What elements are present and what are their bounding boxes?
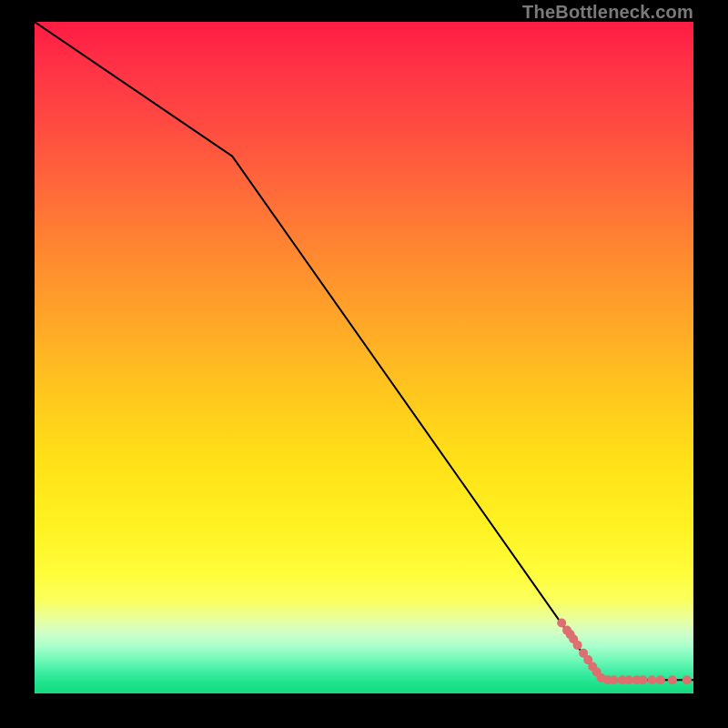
data-point xyxy=(668,675,677,684)
data-point xyxy=(682,675,692,684)
data-point xyxy=(592,667,602,676)
plot-area xyxy=(35,22,693,693)
data-point xyxy=(638,675,647,684)
data-point xyxy=(632,675,642,684)
data-point xyxy=(566,630,575,639)
data-point xyxy=(656,675,665,684)
data-point xyxy=(618,675,627,684)
bottleneck-curve xyxy=(35,22,693,680)
data-point xyxy=(609,675,618,684)
data-point xyxy=(588,662,597,672)
points-layer xyxy=(557,619,692,685)
data-point xyxy=(583,655,592,664)
data-point xyxy=(573,641,582,650)
chart-stage: TheBottleneck.com xyxy=(0,0,728,728)
curve-layer xyxy=(35,22,693,680)
data-point xyxy=(557,619,566,628)
data-point xyxy=(647,675,656,684)
data-point xyxy=(597,673,606,682)
data-point xyxy=(569,634,578,643)
watermark-text: TheBottleneck.com xyxy=(522,2,693,23)
data-point xyxy=(579,649,588,658)
data-point xyxy=(603,675,612,684)
data-point xyxy=(562,626,571,635)
data-point xyxy=(624,675,633,684)
chart-svg xyxy=(35,22,693,693)
